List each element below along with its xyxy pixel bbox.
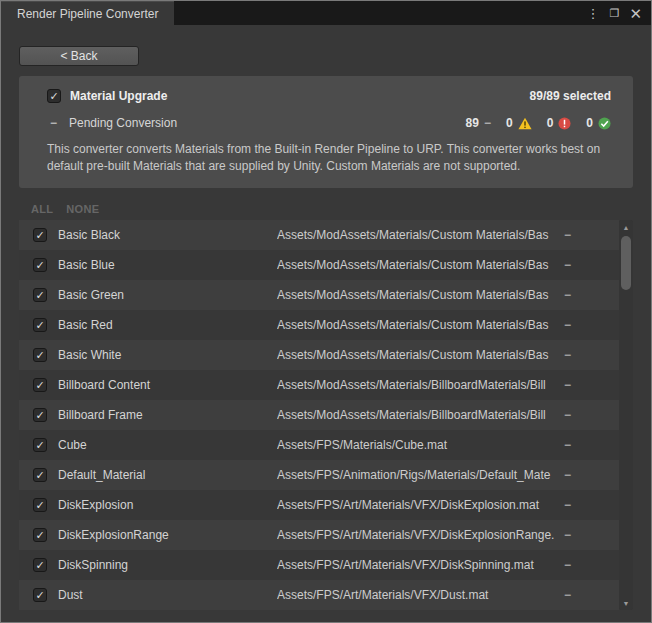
titlebar: Render Pipeline Converter ⋮ ❐ ✕: [1, 1, 651, 25]
material-row[interactable]: Basic White Assets/ModAssets/Materials/C…: [19, 340, 619, 370]
converter-checkbox[interactable]: [47, 89, 61, 103]
error-icon: [558, 117, 571, 130]
pending-status-icon: −: [564, 468, 571, 482]
material-name: Basic Red: [58, 318, 277, 332]
titlebar-icons: ⋮ ❐ ✕: [587, 1, 651, 25]
material-row[interactable]: DiskExplosionRange Assets/FPS/Art/Materi…: [19, 520, 619, 550]
warning-count: 0: [506, 116, 513, 130]
selected-count: 89/89 selected: [530, 89, 611, 103]
converter-title: Material Upgrade: [70, 89, 167, 103]
material-path: Assets/FPS/Art/Materials/VFX/DiskSpinnin…: [277, 558, 556, 572]
material-checkbox[interactable]: [33, 288, 47, 302]
material-name: Billboard Frame: [58, 408, 277, 422]
material-path: Assets/FPS/Animation/Rigs/Materials/Defa…: [277, 468, 556, 482]
material-row[interactable]: Default_Material Assets/FPS/Animation/Ri…: [19, 460, 619, 490]
material-name: DiskSpinning: [58, 558, 277, 572]
material-checkbox[interactable]: [33, 468, 47, 482]
material-row[interactable]: Basic Black Assets/ModAssets/Materials/C…: [19, 220, 619, 250]
material-path: Assets/FPS/Art/Materials/VFX/DiskExplosi…: [277, 498, 556, 512]
material-row[interactable]: DiskExplosion Assets/FPS/Art/Materials/V…: [19, 490, 619, 520]
material-row[interactable]: Basic Green Assets/ModAssets/Materials/C…: [19, 280, 619, 310]
material-path: Assets/ModAssets/Materials/BillboardMate…: [277, 378, 556, 392]
material-row[interactable]: Dust Assets/FPS/Art/Materials/VFX/Dust.m…: [19, 580, 619, 610]
pending-status-icon: −: [564, 258, 571, 272]
material-row[interactable]: DiskSpinning Assets/FPS/Art/Materials/VF…: [19, 550, 619, 580]
material-path: Assets/ModAssets/Materials/Custom Materi…: [277, 288, 556, 302]
menu-icon[interactable]: ⋮: [587, 7, 600, 20]
material-checkbox[interactable]: [33, 528, 47, 542]
material-row[interactable]: Basic Red Assets/ModAssets/Materials/Cus…: [19, 310, 619, 340]
converter-panel: Material Upgrade 89/89 selected − Pendin…: [19, 76, 633, 188]
success-icon: [598, 117, 611, 130]
material-row[interactable]: Billboard Frame Assets/ModAssets/Materia…: [19, 400, 619, 430]
warning-icon: [518, 117, 532, 130]
select-none-button[interactable]: NONE: [66, 203, 99, 215]
material-path: Assets/FPS/Art/Materials/VFX/Dust.mat: [277, 588, 556, 602]
material-checkbox[interactable]: [33, 348, 47, 362]
pending-status-icon: −: [564, 228, 571, 242]
scrollbar-thumb[interactable]: [621, 236, 631, 290]
material-path: Assets/ModAssets/Materials/Custom Materi…: [277, 258, 556, 272]
material-name: Default_Material: [58, 468, 277, 482]
material-checkbox[interactable]: [33, 498, 47, 512]
scroll-down-icon[interactable]: ▼: [619, 596, 633, 610]
pending-status-icon: −: [564, 408, 571, 422]
material-checkbox[interactable]: [33, 228, 47, 242]
back-button[interactable]: < Back: [19, 46, 139, 66]
material-path: Assets/ModAssets/Materials/Custom Materi…: [277, 228, 556, 242]
pending-status-icon: −: [564, 528, 571, 542]
pending-status-icon: −: [564, 348, 571, 362]
material-path: Assets/ModAssets/Materials/BillboardMate…: [277, 408, 556, 422]
pending-conversion-row: − Pending Conversion 89 − 0 0 0: [47, 116, 611, 130]
material-checkbox[interactable]: [33, 378, 47, 392]
converter-header: Material Upgrade 89/89 selected: [47, 89, 611, 103]
material-path: Assets/FPS/Materials/Cube.mat: [277, 438, 556, 452]
material-name: Cube: [58, 438, 277, 452]
material-checkbox[interactable]: [33, 438, 47, 452]
pending-icon: −: [47, 116, 60, 130]
pending-status-icon: −: [564, 288, 571, 302]
material-checkbox[interactable]: [33, 408, 47, 422]
materials-list: Basic Black Assets/ModAssets/Materials/C…: [19, 220, 619, 610]
selection-shortcuts: ALL NONE: [31, 203, 651, 215]
select-all-button[interactable]: ALL: [31, 203, 53, 215]
pending-status-icon: −: [564, 498, 571, 512]
scroll-up-icon[interactable]: ▲: [619, 220, 633, 234]
pending-status-icon: −: [564, 378, 571, 392]
pending-label: Pending Conversion: [69, 116, 177, 130]
material-name: Billboard Content: [58, 378, 277, 392]
render-pipeline-converter-window: Render Pipeline Converter ⋮ ❐ ✕ < Back M…: [0, 0, 652, 623]
success-count: 0: [586, 116, 593, 130]
material-name: Basic Black: [58, 228, 277, 242]
pending-status-icon: −: [564, 558, 571, 572]
pending-count-icon: −: [484, 116, 491, 130]
material-path: Assets/ModAssets/Materials/Custom Materi…: [277, 348, 556, 362]
material-name: Basic White: [58, 348, 277, 362]
scrollbar[interactable]: ▲ ▼: [619, 220, 633, 610]
material-name: DiskExplosion: [58, 498, 277, 512]
window-title: Render Pipeline Converter: [17, 7, 158, 21]
material-checkbox[interactable]: [33, 588, 47, 602]
material-row[interactable]: Billboard Content Assets/ModAssets/Mater…: [19, 370, 619, 400]
status-counts: 89 − 0 0 0: [456, 116, 611, 130]
pending-status-icon: −: [564, 438, 571, 452]
material-name: DiskExplosionRange: [58, 528, 277, 542]
material-name: Basic Blue: [58, 258, 277, 272]
window-tab[interactable]: Render Pipeline Converter: [1, 1, 174, 25]
material-path: Assets/FPS/Art/Materials/VFX/DiskExplosi…: [277, 528, 556, 542]
material-checkbox[interactable]: [33, 258, 47, 272]
material-name: Dust: [58, 588, 277, 602]
material-checkbox[interactable]: [33, 558, 47, 572]
material-path: Assets/ModAssets/Materials/Custom Materi…: [277, 318, 556, 332]
maximize-icon[interactable]: ❐: [610, 8, 620, 19]
material-row[interactable]: Basic Blue Assets/ModAssets/Materials/Cu…: [19, 250, 619, 280]
titlebar-spacer: [174, 1, 586, 25]
list-area: Basic Black Assets/ModAssets/Materials/C…: [19, 220, 633, 610]
pending-status-icon: −: [564, 588, 571, 602]
converter-description: This converter converts Materials from t…: [47, 141, 611, 175]
material-checkbox[interactable]: [33, 318, 47, 332]
close-icon[interactable]: ✕: [629, 6, 642, 21]
pending-status-icon: −: [564, 318, 571, 332]
material-row[interactable]: Cube Assets/FPS/Materials/Cube.mat −: [19, 430, 619, 460]
pending-count: 89: [466, 116, 479, 130]
